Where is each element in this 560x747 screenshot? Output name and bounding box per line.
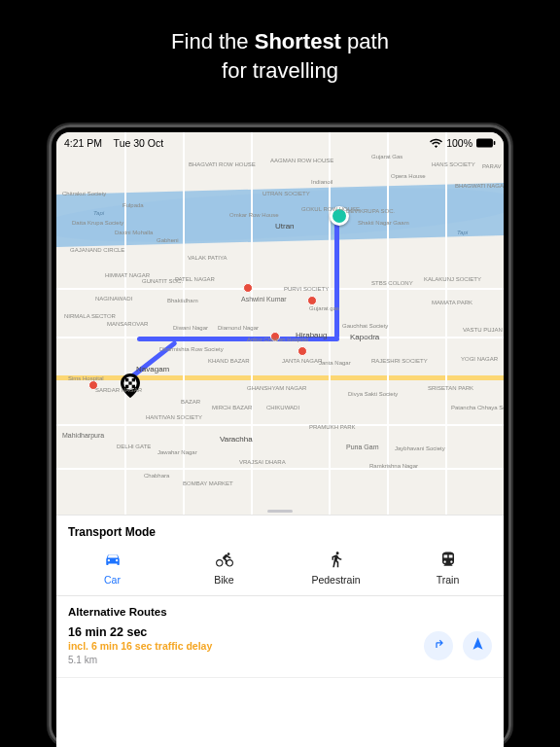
promo-line2: for travelling	[222, 58, 338, 83]
map-label: NAGINAWADI	[95, 296, 132, 302]
mode-train-label: Train	[437, 574, 460, 586]
alternative-routes-title: Alternative Routes	[56, 596, 504, 623]
bike-icon	[216, 551, 233, 570]
poi-pin	[270, 332, 280, 341]
road	[56, 424, 504, 426]
svg-rect-3	[125, 378, 128, 381]
pedestrian-icon	[328, 551, 345, 570]
route-time: 16 min 22 sec	[68, 625, 424, 639]
map-label: Mahidharpura	[62, 432, 104, 439]
map-label: Divya Sakti Society	[348, 391, 398, 397]
map-label: AAGMAN ROW HOUSE	[270, 158, 333, 163]
svg-rect-7	[132, 385, 135, 388]
transport-mode-tabs: Car Bike Pedestrain Train	[56, 547, 504, 596]
map-canvas[interactable]: Utran Hirabaug Kapodra Navagam Varachha …	[56, 132, 504, 515]
map-label: NIRMALA SECTOR	[64, 313, 116, 319]
mode-pedestrian-label: Pedestrain	[311, 574, 360, 586]
svg-rect-5	[128, 381, 131, 384]
directions-button[interactable]	[424, 631, 453, 660]
road	[251, 132, 253, 515]
promo-line1-post: path	[341, 29, 389, 53]
map-label: MIRCH BAZAR	[212, 405, 252, 410]
turn-right-icon	[432, 636, 446, 655]
mode-car-label: Car	[104, 574, 121, 586]
route-item[interactable]: 16 min 22 sec incl. 6 min 16 sec traffic…	[56, 623, 504, 678]
screen: 4:21 PM Tue 30 Oct 100%	[56, 132, 504, 747]
road	[124, 132, 126, 515]
status-date: Tue 30 Oct	[114, 137, 164, 149]
map-label: VRAJSAI DHARA	[239, 459, 286, 465]
route-segment	[137, 337, 339, 341]
poi-pin	[88, 380, 98, 390]
road	[445, 132, 447, 515]
map-label: Varachha	[220, 436, 253, 444]
navigation-icon	[471, 636, 485, 655]
mode-pedestrian[interactable]: Pedestrain	[280, 547, 392, 595]
svg-rect-0	[476, 138, 493, 147]
route-start-marker[interactable]	[330, 206, 349, 226]
map-label: Janta Nagar	[319, 360, 351, 366]
road	[387, 132, 389, 515]
status-bar: 4:21 PM Tue 30 Oct 100%	[56, 132, 504, 154]
map-label: VASTU PUJAN SOC.	[463, 327, 504, 333]
svg-rect-6	[125, 385, 128, 388]
map-label: Ashwini Kumar	[241, 296, 287, 302]
route-actions	[424, 631, 492, 660]
status-right: 100%	[430, 137, 496, 149]
map-label: SRISETAN PARK	[428, 385, 473, 391]
map-label: MAMATA PARK	[432, 300, 472, 305]
route-segment	[334, 215, 339, 338]
map-label: GAJANAND CIRCLE	[70, 247, 124, 253]
mode-train[interactable]: Train	[392, 547, 504, 595]
map-label: GHANSHYAM NAGAR	[247, 385, 306, 391]
map-label: Diwani Nagar	[173, 325, 208, 331]
status-left: 4:21 PM Tue 30 Oct	[64, 137, 163, 149]
navigate-button[interactable]	[463, 631, 492, 660]
map-label: Gauchhat Society	[342, 323, 388, 329]
promo-line1-bold: Shortest	[255, 29, 341, 53]
promo-title: Find the Shortest path for travelling	[0, 0, 560, 118]
map-label: KHAND BAZAR	[208, 358, 250, 364]
map-label: BHAGVATI ROW HOUSE	[189, 161, 256, 167]
mode-bike[interactable]: Bike	[168, 547, 280, 595]
map-label: PARAV	[482, 163, 501, 169]
map-label: Patancha Chhaya Society	[451, 405, 504, 410]
promo-line1-pre: Find the	[171, 29, 255, 53]
battery-icon	[476, 138, 496, 148]
map-label: HANS SOCIETY	[432, 161, 475, 167]
train-icon	[439, 551, 457, 570]
map-label: CHIKUWADI	[266, 405, 299, 410]
map-label: DELHI GATE	[117, 444, 151, 449]
map-label: Jawahar Nagar	[158, 449, 197, 455]
map-label: Jaybhavani Society	[395, 445, 445, 451]
map-label: STBS COLONY	[371, 280, 413, 286]
poi-pin	[298, 346, 307, 356]
map-label: MANSAROVAR	[107, 321, 148, 327]
sheet-drag-handle[interactable]	[267, 510, 293, 513]
mode-bike-label: Bike	[214, 574, 233, 586]
map-label: PATEL NAGAR	[175, 276, 215, 282]
status-battery: 100%	[446, 137, 472, 149]
map-label: GUNATIT SOC.	[142, 278, 183, 284]
map-label: HIMMAT NAGAR	[105, 272, 150, 278]
road	[56, 468, 504, 470]
map-label: YOGI NAGAR	[461, 356, 498, 362]
map-label: RAJESHRI SOCIETY	[371, 358, 428, 364]
svg-rect-1	[494, 141, 496, 145]
map-label: Puna Gam	[346, 444, 378, 450]
map-label: VALAK PATIYA	[188, 255, 228, 261]
map-label: Opera House	[391, 173, 426, 179]
poi-pin	[307, 296, 317, 305]
route-info: 16 min 22 sec incl. 6 min 16 sec traffic…	[68, 625, 424, 665]
wifi-icon	[430, 138, 442, 148]
svg-rect-4	[132, 378, 135, 381]
transport-mode-title: Transport Mode	[56, 516, 504, 547]
route-end-marker[interactable]	[121, 374, 140, 393]
mode-car[interactable]: Car	[56, 547, 168, 595]
road	[329, 132, 331, 515]
road	[56, 288, 504, 290]
status-time: 4:21 PM	[64, 137, 102, 149]
map-label: KALAKUNJ SOCIETY	[424, 276, 481, 282]
poi-pin	[243, 283, 253, 293]
route-distance: 5.1 km	[68, 655, 424, 665]
